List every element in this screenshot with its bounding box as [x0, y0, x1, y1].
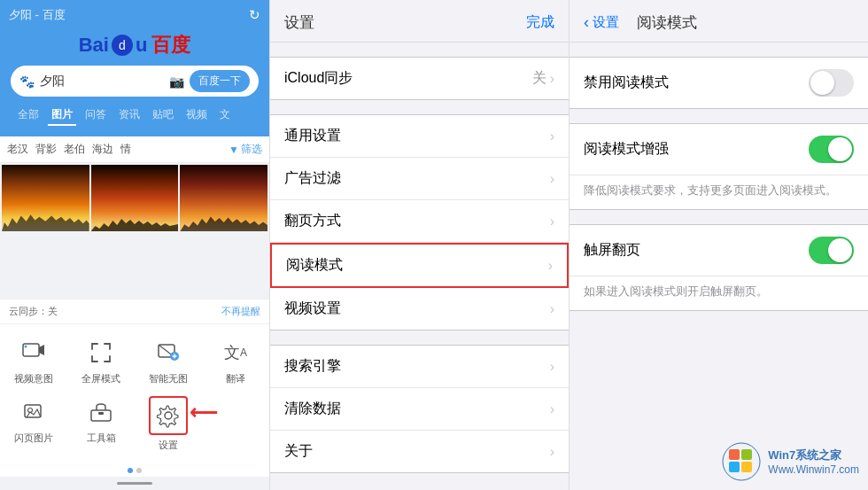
settings-row-icloud[interactable]: iCloud同步 关 › — [270, 58, 569, 99]
tab-tieba[interactable]: 贴吧 — [149, 105, 177, 126]
camera-icon[interactable]: 📷 — [169, 74, 184, 89]
svg-marker-2 — [39, 345, 44, 355]
paw-icon: 🐾 — [19, 74, 35, 89]
tag-laohang[interactable]: 老汉 — [7, 142, 28, 157]
baidu-logo-area: Bai d u 百度 — [9, 28, 260, 60]
settings-row-pagetype[interactable]: 翻页方式 › — [270, 200, 569, 243]
tool-translate[interactable]: 文A 翻译 — [202, 331, 269, 391]
svg-rect-16 — [729, 462, 740, 472]
watermark-line2: Www.Winwin7.com — [768, 463, 859, 476]
tool-fullscreen[interactable]: 全屏模式 — [67, 331, 135, 391]
back-button[interactable]: ‹ 设置 — [584, 13, 619, 32]
filter-icon: ▼ — [229, 144, 239, 156]
settings-row-about[interactable]: 关于 › — [270, 431, 569, 472]
phone-header: 夕阳 - 百度 ↻ Bai d u 百度 🐾 夕阳 📷 百度一下 全部 图片 问… — [0, 0, 269, 136]
tool-flash-img[interactable]: 闪页图片 — [0, 391, 67, 457]
tool-flash-label: 闪页图片 — [14, 432, 53, 445]
baidu-button[interactable]: 百度一下 — [190, 70, 250, 92]
disable-label: 禁用阅读模式 — [584, 74, 809, 92]
menu-line — [0, 477, 269, 490]
enhance-toggle[interactable] — [809, 136, 854, 163]
tool-fullscreen-icon — [85, 337, 117, 369]
settings-row-engine[interactable]: 搜索引擎 › — [270, 346, 569, 388]
tag-laobao[interactable]: 老伯 — [64, 142, 85, 157]
general-chevron: › — [550, 128, 554, 144]
settings-icon-box — [149, 396, 188, 435]
settings-row-clear[interactable]: 清除数据 › — [270, 388, 569, 431]
pagetype-label: 翻页方式 — [284, 212, 550, 230]
reading-section-enhance: 阅读模式增强 降低阅读模式要求，支持更多页面进入阅读模式。 — [570, 123, 868, 210]
search-bar[interactable]: 🐾 夕阳 📷 百度一下 — [11, 66, 259, 97]
tag-haibian[interactable]: 海边 — [92, 142, 113, 157]
tab-images[interactable]: 图片 — [48, 105, 76, 126]
dot-1 — [128, 468, 133, 473]
tool-translate-icon: 文A — [220, 337, 252, 369]
tab-more[interactable]: 文 — [216, 105, 234, 126]
reading-section-disable: 禁用阅读模式 — [570, 57, 868, 109]
touch-toggle[interactable] — [809, 237, 854, 264]
tab-news[interactable]: 资讯 — [115, 105, 143, 126]
nav-tabs: 全部 图片 问答 资讯 贴吧 视频 文 — [9, 102, 260, 131]
svg-rect-17 — [741, 462, 752, 472]
svg-rect-11 — [98, 412, 104, 415]
adblock-label: 广告过滤 — [284, 169, 550, 188]
settings-row-video[interactable]: 视频设置 › — [270, 288, 569, 330]
tag-beiying[interactable]: 背影 — [35, 142, 57, 157]
settings-row-adblock[interactable]: 广告过滤 › — [270, 158, 569, 200]
tag-bar: 老汉 背影 老伯 海边 情 ▼ 筛选 — [0, 136, 269, 163]
settings-panel: 设置 完成 iCloud同步 关 › 通用设置 › 广告过滤 › 翻页方式 › — [270, 0, 570, 490]
disable-toggle[interactable] — [809, 69, 854, 97]
svg-rect-14 — [729, 449, 740, 460]
back-chevron-icon: ‹ — [584, 13, 589, 32]
reading-row-enhance[interactable]: 阅读模式增强 — [570, 124, 868, 175]
tool-video-label: 视频意图 — [14, 372, 53, 385]
tool-settings[interactable]: ⟵ 设置 — [135, 391, 202, 457]
done-button[interactable]: 完成 — [526, 13, 554, 32]
reading-row-disable[interactable]: 禁用阅读模式 — [570, 58, 868, 108]
video-chevron: › — [550, 301, 554, 317]
baidu-du-circle: d — [112, 35, 133, 56]
clear-label: 清除数据 — [284, 400, 550, 418]
refresh-icon[interactable]: ↻ — [249, 7, 260, 23]
svg-rect-10 — [91, 410, 111, 421]
tab-video[interactable]: 视频 — [182, 105, 211, 126]
tab-qa[interactable]: 问答 — [81, 105, 110, 126]
watermark-line1: Win7系统之家 — [768, 447, 859, 463]
remind-off-btn[interactable]: 不再提醒 — [221, 305, 260, 318]
tab-all[interactable]: 全部 — [14, 105, 43, 126]
back-label: 设置 — [593, 14, 619, 31]
about-chevron: › — [550, 444, 554, 460]
filter-button[interactable]: ▼ 筛选 — [229, 142, 262, 157]
tools-grid: 视频意图 全屏模式 — [0, 323, 269, 464]
tool-smart-icon — [152, 337, 184, 369]
watermark: Win7系统之家 Www.Winwin7.com — [722, 442, 859, 481]
phone-title-bar: 夕阳 - 百度 ↻ — [9, 7, 260, 23]
reading-panel: ‹ 设置 阅读模式 禁用阅读模式 阅读模式增强 降低阅读模式要求，支持更多页面进… — [570, 0, 868, 490]
image-cell-3[interactable] — [180, 165, 267, 297]
enhance-label: 阅读模式增强 — [584, 140, 809, 159]
search-input-value[interactable]: 夕阳 — [40, 74, 164, 89]
tag-qing[interactable]: 情 — [120, 142, 131, 157]
menu-bar[interactable] — [117, 482, 152, 485]
clear-chevron: › — [550, 401, 554, 417]
baidu-u: u — [136, 34, 147, 57]
tool-flash-icon — [18, 396, 50, 428]
engine-label: 搜索引擎 — [284, 357, 550, 376]
svg-rect-15 — [741, 449, 752, 460]
settings-row-general[interactable]: 通用设置 › — [270, 115, 569, 158]
pagetype-chevron: › — [550, 214, 554, 229]
svg-point-12 — [165, 412, 172, 419]
image-cell-2[interactable] — [91, 165, 179, 297]
tool-toolbox[interactable]: 工具箱 — [67, 391, 135, 457]
settings-row-reading[interactable]: 阅读模式 › — [270, 243, 569, 288]
svg-point-13 — [723, 443, 760, 480]
adblock-chevron: › — [550, 171, 554, 187]
baidu-chinese: 百度 — [151, 32, 190, 58]
phone-panel: 夕阳 - 百度 ↻ Bai d u 百度 🐾 夕阳 📷 百度一下 全部 图片 问… — [0, 0, 270, 490]
reading-row-touch[interactable]: 触屏翻页 — [570, 225, 868, 276]
svg-point-1 — [25, 346, 27, 348]
tool-video-intent[interactable]: 视频意图 — [0, 331, 67, 391]
settings-title: 设置 — [284, 12, 314, 33]
image-cell-1[interactable] — [2, 165, 89, 297]
tool-smart-noimg[interactable]: 智能无图 — [135, 331, 202, 391]
